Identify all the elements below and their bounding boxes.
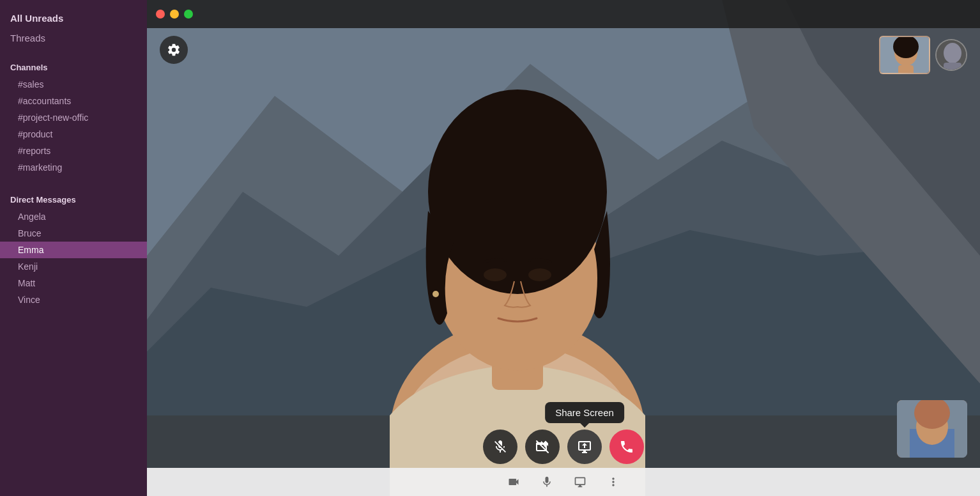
sidebar-item-product[interactable]: #product — [0, 126, 147, 143]
svg-point-13 — [528, 268, 551, 281]
thumbnail-self[interactable] — [879, 36, 930, 74]
sidebar-item-vince[interactable]: Vince — [0, 291, 147, 308]
sidebar-item-emma[interactable]: Emma — [0, 242, 147, 258]
thumbnail-br-video — [897, 400, 967, 458]
strip-icon-3[interactable] — [570, 472, 590, 492]
end-call-icon — [619, 439, 634, 454]
share-screen-icon — [577, 439, 592, 454]
sidebar-item-bruce[interactable]: Bruce — [0, 225, 147, 242]
video-feed — [147, 0, 980, 496]
svg-rect-21 — [944, 63, 961, 71]
participant-thumbnails — [879, 36, 967, 74]
svg-point-12 — [484, 268, 507, 281]
thumbnail-self-video — [880, 37, 930, 74]
sidebar-item-reports[interactable]: #reports — [0, 143, 147, 159]
sidebar-item-all-unreads[interactable]: All Unreads — [10, 10, 137, 26]
sidebar-item-angela[interactable]: Angela — [0, 208, 147, 225]
sidebar-item-kenji[interactable]: Kenji — [0, 258, 147, 275]
svg-rect-18 — [898, 65, 914, 74]
svg-point-14 — [433, 291, 439, 297]
controls-bar: Share Screen — [483, 430, 644, 464]
sidebar: All Unreads Threads Channels #sales #acc… — [0, 0, 147, 496]
share-screen-button[interactable]: Share Screen — [567, 430, 602, 464]
minimize-button[interactable] — [170, 10, 179, 19]
video-off-button[interactable] — [525, 430, 560, 464]
end-call-button[interactable] — [609, 430, 644, 464]
strip-icon-1[interactable] — [503, 472, 524, 492]
svg-point-20 — [944, 43, 961, 63]
strip-icon-2[interactable] — [537, 472, 557, 492]
traffic-lights — [156, 10, 193, 19]
window-chrome — [147, 0, 980, 28]
gear-icon — [167, 43, 181, 57]
strip-video-icon — [507, 476, 520, 488]
thumbnail-bottom-right[interactable] — [897, 400, 967, 458]
mute-button[interactable] — [483, 430, 517, 464]
video-off-icon — [535, 439, 550, 454]
settings-button[interactable] — [160, 36, 188, 64]
sidebar-item-project-new-office[interactable]: #project-new-offic — [0, 109, 147, 126]
participant-avatar-video — [937, 40, 967, 71]
main-video-area: Share Screen — [147, 0, 980, 496]
sidebar-item-accountants[interactable]: #accountants — [0, 93, 147, 109]
sidebar-item-matt[interactable]: Matt — [0, 275, 147, 291]
close-button[interactable] — [156, 10, 165, 19]
bottom-strip — [147, 468, 980, 496]
strip-mic-icon — [540, 476, 553, 488]
strip-icon-4[interactable] — [603, 472, 624, 492]
video-background — [147, 0, 980, 496]
microphone-mute-icon — [493, 439, 508, 454]
svg-point-11 — [428, 89, 607, 294]
sidebar-item-sales[interactable]: #sales — [0, 76, 147, 93]
direct-messages-header: Direct Messages — [0, 183, 147, 208]
maximize-button[interactable] — [184, 10, 193, 19]
sidebar-item-threads[interactable]: Threads — [10, 26, 137, 46]
participant-avatar[interactable] — [935, 39, 967, 71]
channels-header: Channels — [0, 51, 147, 76]
strip-screen-icon — [574, 476, 586, 488]
sidebar-item-marketing[interactable]: #marketing — [0, 159, 147, 176]
strip-more-icon — [607, 476, 620, 488]
